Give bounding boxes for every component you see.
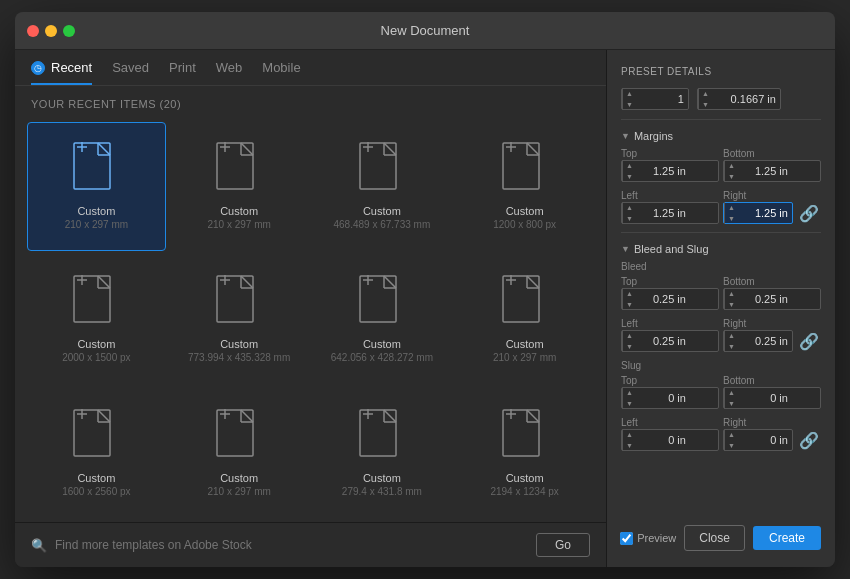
- doc-item-7[interactable]: Custom642.056 x 428.272 mm: [313, 255, 452, 384]
- bleed-left-increment[interactable]: ▲: [623, 330, 636, 341]
- slug-bottom-input[interactable]: [738, 392, 792, 404]
- bleed-top-input[interactable]: [636, 293, 690, 305]
- document-size: 210 x 297 mm: [207, 219, 270, 230]
- slug-left-increment[interactable]: ▲: [623, 429, 636, 440]
- create-button[interactable]: Create: [753, 526, 821, 550]
- slug-left-decrement[interactable]: ▼: [623, 440, 636, 451]
- margins-header[interactable]: ▼ Margins: [607, 126, 835, 146]
- maximize-button[interactable]: [63, 25, 75, 37]
- margin-right-decrement[interactable]: ▼: [725, 213, 738, 224]
- left-panel: ◷ Recent Saved Print Web Mobile YOUR REC…: [15, 50, 607, 567]
- bleed-top-bottom: Top ▲ ▼ Bottom ▲ ▼: [607, 274, 835, 312]
- slug-bottom-decrement[interactable]: ▼: [725, 398, 738, 409]
- preview-checkbox-label[interactable]: Preview: [620, 532, 676, 545]
- doc-item-3[interactable]: Custom468.489 x 67.733 mm: [313, 122, 452, 251]
- width-input[interactable]: [636, 93, 688, 105]
- doc-item-6[interactable]: Custom773.994 x 435.328 mm: [170, 255, 309, 384]
- margin-bottom-increment[interactable]: ▲: [725, 160, 738, 171]
- tab-print[interactable]: Print: [169, 60, 196, 85]
- doc-item-8[interactable]: Custom210 x 297 mm: [455, 255, 594, 384]
- bleed-left-col: Left ▲ ▼: [621, 318, 719, 352]
- go-button[interactable]: Go: [536, 533, 590, 557]
- document-icon: [356, 402, 408, 464]
- margin-right-increment[interactable]: ▲: [725, 202, 738, 213]
- bleed-right-increment[interactable]: ▲: [725, 330, 738, 341]
- margin-left-decrement[interactable]: ▼: [623, 213, 636, 224]
- width-decrement[interactable]: ▼: [623, 99, 636, 110]
- bleed-bottom-decrement[interactable]: ▼: [725, 299, 738, 310]
- bleed-bottom-label: Bottom: [723, 276, 821, 287]
- recent-items-header: YOUR RECENT ITEMS (20): [15, 86, 606, 118]
- height-input[interactable]: [712, 93, 780, 105]
- doc-item-4[interactable]: Custom1200 x 800 px: [455, 122, 594, 251]
- slug-left-col: Left ▲ ▼: [621, 417, 719, 451]
- margin-top-input[interactable]: [636, 165, 690, 177]
- bleed-bottom-input[interactable]: [738, 293, 792, 305]
- preview-label: Preview: [637, 532, 676, 544]
- margin-left-increment[interactable]: ▲: [623, 202, 636, 213]
- slug-left-wrap: ▲ ▼: [621, 429, 719, 451]
- bleed-top-increment[interactable]: ▲: [623, 288, 636, 299]
- bleed-bottom-increment[interactable]: ▲: [725, 288, 738, 299]
- minimize-button[interactable]: [45, 25, 57, 37]
- bleed-left-input[interactable]: [636, 335, 690, 347]
- bleed-slug-header[interactable]: ▼ Bleed and Slug: [607, 239, 835, 259]
- slug-right-increment[interactable]: ▲: [725, 429, 738, 440]
- bleed-right-input[interactable]: [738, 335, 792, 347]
- tab-recent[interactable]: ◷ Recent: [31, 60, 92, 85]
- margin-bottom-decrement[interactable]: ▼: [725, 171, 738, 182]
- margin-link-icon[interactable]: 🔗: [799, 204, 819, 223]
- document-name: Custom: [506, 205, 544, 217]
- margin-right-spinners: ▲ ▼: [724, 202, 738, 224]
- bleed-right-decrement[interactable]: ▼: [725, 341, 738, 352]
- doc-item-1[interactable]: Custom210 x 297 mm: [27, 122, 166, 251]
- height-increment[interactable]: ▲: [699, 88, 712, 99]
- tab-web[interactable]: Web: [216, 60, 243, 85]
- doc-item-5[interactable]: Custom2000 x 1500 px: [27, 255, 166, 384]
- width-input-wrap: ▲ ▼: [621, 88, 689, 110]
- doc-item-2[interactable]: Custom210 x 297 mm: [170, 122, 309, 251]
- slug-right-decrement[interactable]: ▼: [725, 440, 738, 451]
- slug-top-input[interactable]: [636, 392, 690, 404]
- margin-left-spinners: ▲ ▼: [622, 202, 636, 224]
- margin-left-label: Left: [621, 190, 719, 201]
- bleed-top-spinners: ▲ ▼: [622, 288, 636, 310]
- margin-bottom-input[interactable]: [738, 165, 792, 177]
- bleed-left-decrement[interactable]: ▼: [623, 341, 636, 352]
- slug-bottom-label: Bottom: [723, 375, 821, 386]
- slug-top-decrement[interactable]: ▼: [623, 398, 636, 409]
- margin-right-input[interactable]: [738, 207, 792, 219]
- slug-top-increment[interactable]: ▲: [623, 387, 636, 398]
- height-decrement[interactable]: ▼: [699, 99, 712, 110]
- right-panel: PRESET DETAILS ▲ ▼ ▲ ▼: [607, 50, 835, 567]
- margins-left-right: Left ▲ ▼ Right ▲: [607, 188, 835, 226]
- tab-mobile[interactable]: Mobile: [262, 60, 300, 85]
- width-increment[interactable]: ▲: [623, 88, 636, 99]
- dimension-row: ▲ ▼ ▲ ▼: [607, 85, 835, 113]
- bleed-top-decrement[interactable]: ▼: [623, 299, 636, 310]
- doc-item-11[interactable]: Custom279.4 x 431.8 mm: [313, 389, 452, 518]
- preview-checkbox[interactable]: [620, 532, 633, 545]
- document-icon: [70, 135, 122, 197]
- document-size: 1600 x 2560 px: [62, 486, 130, 497]
- close-button[interactable]: Close: [684, 525, 745, 551]
- slug-right-input[interactable]: [738, 434, 792, 446]
- bleed-left-wrap: ▲ ▼: [621, 330, 719, 352]
- doc-item-10[interactable]: Custom210 x 297 mm: [170, 389, 309, 518]
- close-window-button[interactable]: [27, 25, 39, 37]
- bleed-section-title: Bleed: [607, 259, 835, 274]
- slug-left-input[interactable]: [636, 434, 690, 446]
- slug-bottom-increment[interactable]: ▲: [725, 387, 738, 398]
- bleed-link-icon[interactable]: 🔗: [799, 332, 819, 351]
- margin-top-decrement[interactable]: ▼: [623, 171, 636, 182]
- document-name: Custom: [363, 338, 401, 350]
- margin-left-input[interactable]: [636, 207, 690, 219]
- margin-top-increment[interactable]: ▲: [623, 160, 636, 171]
- doc-item-9[interactable]: Custom1600 x 2560 px: [27, 389, 166, 518]
- slug-top-bottom: Top ▲ ▼ Bottom ▲ ▼: [607, 373, 835, 411]
- bleed-slug-label: Bleed and Slug: [634, 243, 709, 255]
- search-input[interactable]: [55, 538, 528, 552]
- doc-item-12[interactable]: Custom2194 x 1234 px: [455, 389, 594, 518]
- tab-saved[interactable]: Saved: [112, 60, 149, 85]
- slug-link-icon[interactable]: 🔗: [799, 431, 819, 450]
